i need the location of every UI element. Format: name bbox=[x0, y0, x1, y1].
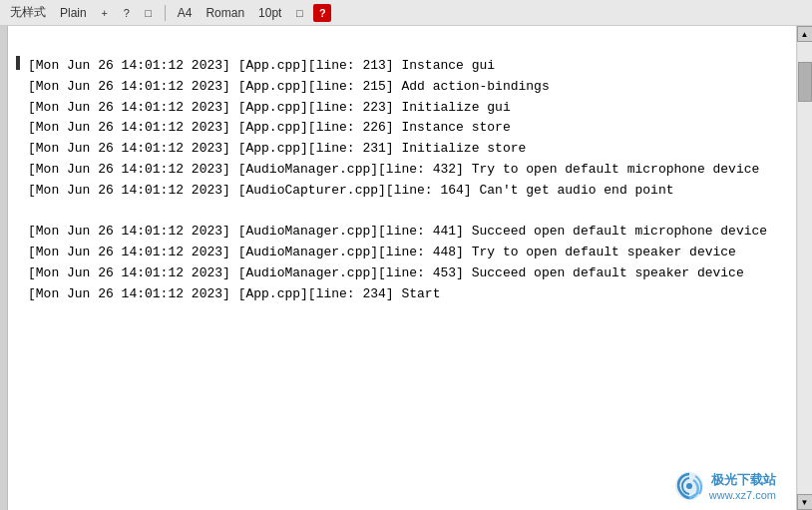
log-line: [Mon Jun 26 14:01:12 2023] [App.cpp][lin… bbox=[28, 139, 776, 160]
log-line: [Mon Jun 26 14:01:12 2023] [App.cpp][lin… bbox=[28, 118, 776, 139]
scroll-down-button[interactable]: ▼ bbox=[797, 494, 813, 510]
font-selector[interactable]: Roman bbox=[202, 4, 248, 22]
log-line: [Mon Jun 26 14:01:12 2023] [App.cpp][lin… bbox=[28, 77, 776, 98]
watermark: 极光下载站 www.xz7.com bbox=[673, 470, 776, 502]
style-selector[interactable]: 无样式 bbox=[6, 2, 50, 23]
log-line: [Mon Jun 26 14:01:12 2023] [AudioManager… bbox=[28, 243, 776, 263]
svg-point-1 bbox=[686, 483, 692, 489]
left-gutter bbox=[0, 26, 8, 510]
log-content[interactable]: [Mon Jun 26 14:01:12 2023] [App.cpp][lin… bbox=[8, 26, 796, 325]
log-empty-line bbox=[28, 202, 776, 223]
font-size-selector[interactable]: 10pt bbox=[254, 4, 285, 22]
scrollbar-track[interactable] bbox=[798, 42, 812, 494]
add-button[interactable]: + bbox=[97, 5, 113, 21]
watermark-site-url: www.xz7.com bbox=[709, 489, 776, 501]
page-size-selector[interactable]: A4 bbox=[174, 4, 197, 22]
main-content: [Mon Jun 26 14:01:12 2023] [App.cpp][lin… bbox=[0, 26, 812, 510]
vertical-scrollbar[interactable]: ▲ ▼ bbox=[796, 26, 812, 510]
log-line: [Mon Jun 26 14:01:12 2023] [AudioManager… bbox=[28, 222, 776, 243]
toolbar: 无样式 Plain + ? □ A4 Roman 10pt □ ? bbox=[0, 0, 812, 26]
scroll-up-button[interactable]: ▲ bbox=[797, 26, 813, 42]
watermark-site-name: 极光下载站 bbox=[711, 471, 776, 489]
format-selector[interactable]: Plain bbox=[56, 4, 91, 22]
help-icon[interactable]: ? bbox=[313, 4, 331, 22]
editor-area[interactable]: [Mon Jun 26 14:01:12 2023] [App.cpp][lin… bbox=[8, 26, 796, 510]
log-line: [Mon Jun 26 14:01:12 2023] [App.cpp][lin… bbox=[28, 284, 776, 305]
log-line: [Mon Jun 26 14:01:12 2023] [App.cpp][lin… bbox=[28, 98, 776, 119]
log-line: [Mon Jun 26 14:01:12 2023] [AudioCapture… bbox=[28, 181, 776, 202]
log-line: [Mon Jun 26 14:01:12 2023] [App.cpp][lin… bbox=[28, 56, 776, 77]
log-line: [Mon Jun 26 14:01:12 2023] [AudioManager… bbox=[28, 263, 776, 284]
watermark-text: 极光下载站 www.xz7.com bbox=[709, 471, 776, 501]
cursor-indicator bbox=[16, 56, 20, 70]
scrollbar-thumb[interactable] bbox=[798, 62, 812, 102]
page-icon[interactable]: □ bbox=[291, 5, 307, 21]
divider-1 bbox=[165, 5, 166, 21]
help-button[interactable]: ? bbox=[119, 5, 135, 21]
log-line: [Mon Jun 26 14:01:12 2023] [AudioManager… bbox=[28, 160, 776, 181]
file-icon[interactable]: □ bbox=[141, 5, 157, 21]
watermark-logo-icon bbox=[673, 470, 705, 502]
